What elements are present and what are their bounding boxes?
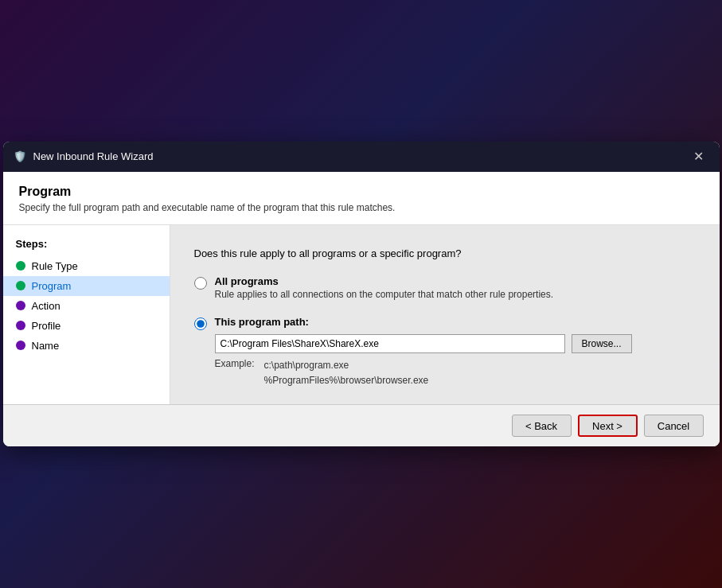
sidebar-item-action[interactable]: Action <box>3 296 170 316</box>
sidebar-item-rule-type[interactable]: Rule Type <box>3 256 170 276</box>
option-label-this: This program path: <box>215 316 632 328</box>
sidebar-item-profile[interactable]: Profile <box>3 316 170 336</box>
body-area: Steps: Rule Type Program Action Profile … <box>3 225 720 404</box>
browse-button[interactable]: Browse... <box>572 334 632 353</box>
step-label-rule-type: Rule Type <box>32 260 78 272</box>
close-button[interactable]: ✕ <box>688 146 710 168</box>
example-label: Example: <box>215 358 255 388</box>
step-dot-rule-type <box>16 261 25 271</box>
option-content-all: All programs Rule applies to all connect… <box>215 275 554 300</box>
step-label-profile: Profile <box>32 320 61 332</box>
page-subtitle: Specify the full program path and execut… <box>19 202 704 213</box>
page-title: Program <box>19 185 704 199</box>
path-row: Browse... <box>215 334 632 353</box>
option-content-this: This program path: Browse... Example: c:… <box>215 316 632 388</box>
dialog-window: 🛡️ New Inbound Rule Wizard ✕ Program Spe… <box>3 142 720 446</box>
step-dot-action <box>16 301 25 310</box>
step-dot-program <box>16 281 25 290</box>
sidebar-item-program[interactable]: Program <box>3 276 170 296</box>
dialog-title: New Inbound Rule Wizard <box>33 150 154 162</box>
cancel-button[interactable]: Cancel <box>644 415 704 437</box>
footer: < Back Next > Cancel <box>3 404 720 446</box>
app-icon: 🛡️ <box>13 150 27 164</box>
steps-label: Steps: <box>3 238 170 256</box>
program-path-input[interactable] <box>215 334 565 353</box>
question-text: Does this rule apply to all programs or … <box>194 247 696 259</box>
radio-all-programs[interactable] <box>194 277 207 290</box>
step-label-name: Name <box>32 340 60 352</box>
step-dot-name <box>16 341 25 350</box>
next-button[interactable]: Next > <box>578 415 638 437</box>
option-label-all: All programs <box>215 275 554 287</box>
sidebar-item-name[interactable]: Name <box>3 336 170 356</box>
radio-this-program[interactable] <box>194 317 207 330</box>
step-label-action: Action <box>32 300 60 312</box>
step-label-program: Program <box>32 280 72 292</box>
option-desc-all: Rule applies to all connections on the c… <box>215 289 554 300</box>
header-area: Program Specify the full program path an… <box>3 172 720 225</box>
back-button[interactable]: < Back <box>512 415 572 437</box>
option-this-program: This program path: Browse... Example: c:… <box>194 316 696 388</box>
option-group: All programs Rule applies to all connect… <box>194 275 696 388</box>
main-content: Does this rule apply to all programs or … <box>170 225 720 404</box>
title-bar-left: 🛡️ New Inbound Rule Wizard <box>13 150 154 164</box>
title-bar: 🛡️ New Inbound Rule Wizard ✕ <box>3 142 720 172</box>
sidebar: Steps: Rule Type Program Action Profile … <box>3 225 170 404</box>
option-all-programs: All programs Rule applies to all connect… <box>194 275 696 300</box>
example-row: Example: c:\path\program.exe%ProgramFile… <box>215 358 632 388</box>
step-dot-profile <box>16 321 25 330</box>
example-paths: c:\path\program.exe%ProgramFiles%\browse… <box>264 358 429 388</box>
